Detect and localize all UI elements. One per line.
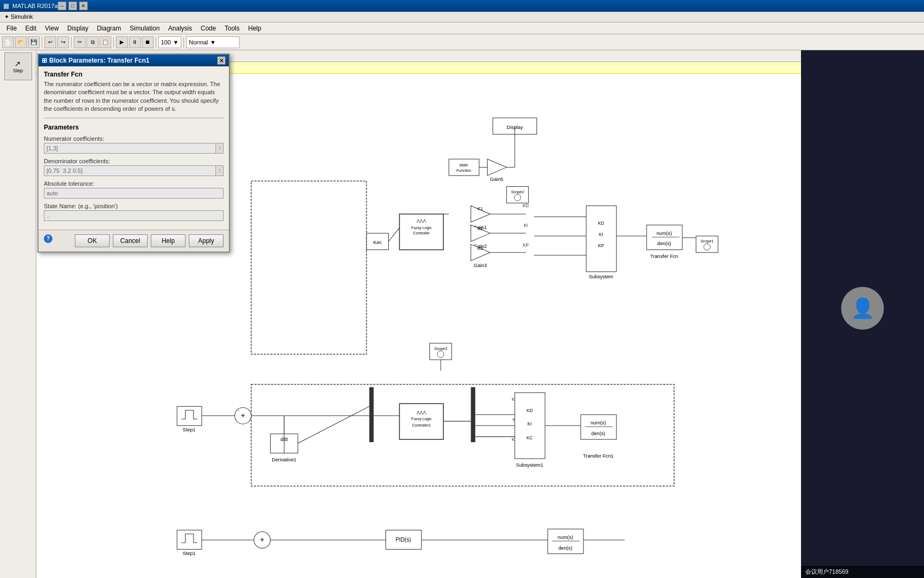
dialog-body: Transfer Fcn The numerator coefficient c… bbox=[38, 66, 229, 230]
svg-text:Subsystem: Subsystem bbox=[589, 274, 613, 279]
app-icon: ▦ bbox=[3, 2, 9, 10]
dialog-title-icon: ⊞ bbox=[42, 57, 47, 64]
svg-text:K2: K2 bbox=[478, 226, 483, 231]
denominator-label: Denominator coefficients: bbox=[44, 158, 224, 164]
user-name-bar: 会议用户718569 bbox=[801, 566, 924, 578]
tolerance-field-row bbox=[44, 188, 224, 199]
menu-file[interactable]: File bbox=[2, 24, 21, 33]
state-name-label: State Name: (e.g., 'position') bbox=[44, 203, 224, 209]
simulink-title-bar: ✦ Simulink bbox=[0, 12, 924, 22]
copy-btn[interactable]: ⧉ bbox=[87, 36, 98, 48]
zoom-dropdown[interactable]: 100 ▼ bbox=[158, 36, 181, 48]
title-bar-controls: ─ □ ✕ bbox=[58, 2, 88, 10]
menu-help[interactable]: Help bbox=[244, 24, 266, 33]
svg-line-95 bbox=[298, 406, 369, 443]
svg-rect-96 bbox=[177, 530, 202, 549]
right-panel: 👤 会议用户718569 bbox=[801, 50, 924, 578]
menu-diagram[interactable]: Diagram bbox=[93, 24, 125, 33]
step-block-sidebar[interactable]: ↗ Step bbox=[4, 52, 32, 80]
toolbar: 📄 📂 💾 ↩ ↪ ✂ ⧉ 📋 ▶ ⏸ ⏹ 100 ▼ Normal ▼ bbox=[0, 34, 924, 50]
menu-analysis[interactable]: Analysis bbox=[164, 24, 197, 33]
user-avatar: 👤 bbox=[841, 287, 884, 330]
svg-rect-58 bbox=[177, 406, 202, 425]
minimize-button[interactable]: ─ bbox=[58, 2, 66, 10]
menu-display[interactable]: Display bbox=[63, 24, 93, 33]
svg-rect-7 bbox=[506, 187, 528, 203]
svg-text:K3: K3 bbox=[478, 246, 483, 251]
state-name-input[interactable] bbox=[44, 210, 224, 221]
numerator-menu-btn[interactable]: ⋮ bbox=[216, 143, 224, 154]
svg-text:Step1: Step1 bbox=[183, 551, 196, 556]
svg-text:KI: KI bbox=[523, 223, 528, 228]
cut-btn[interactable]: ✂ bbox=[74, 36, 86, 48]
svg-text:Derivative1: Derivative1 bbox=[272, 457, 296, 462]
redo-btn[interactable]: ↪ bbox=[57, 36, 69, 48]
open-btn[interactable]: 📂 bbox=[15, 36, 27, 48]
sep1 bbox=[42, 37, 42, 48]
dialog-title-text: Block Parameters: Transfer Fcn1 bbox=[49, 57, 217, 64]
svg-text:KD: KD bbox=[598, 221, 604, 226]
apply-button[interactable]: Apply bbox=[189, 234, 224, 247]
numerator-field-row: ⋮ bbox=[44, 143, 224, 154]
dialog-buttons: ? OK Cancel Help Apply bbox=[38, 230, 229, 252]
title-bar: ▦ MATLAB R2017a ─ □ ✕ bbox=[0, 0, 924, 12]
help-button[interactable]: Help bbox=[151, 234, 186, 247]
sep4 bbox=[156, 37, 156, 48]
denominator-input[interactable] bbox=[44, 165, 216, 176]
sep5 bbox=[183, 37, 184, 48]
run-btn[interactable]: ▶ bbox=[116, 36, 128, 48]
pause-btn[interactable]: ⏸ bbox=[129, 36, 141, 48]
svg-text:den(s): den(s) bbox=[558, 545, 572, 551]
dialog-close-button[interactable]: ✕ bbox=[217, 56, 226, 65]
svg-text:PID(s): PID(s) bbox=[396, 537, 411, 543]
cancel-button[interactable]: Cancel bbox=[113, 234, 148, 247]
svg-text:KP: KP bbox=[598, 244, 604, 248]
svg-text:K1: K1 bbox=[478, 207, 483, 211]
numerator-input[interactable] bbox=[44, 143, 216, 154]
undo-btn[interactable]: ↩ bbox=[44, 36, 56, 48]
svg-text:KI: KI bbox=[599, 232, 603, 237]
svg-text:Gain3: Gain3 bbox=[474, 263, 487, 268]
new-btn[interactable]: 📄 bbox=[2, 36, 14, 48]
svg-text:Function: Function bbox=[456, 169, 471, 173]
save-btn[interactable]: 💾 bbox=[28, 36, 40, 48]
svg-rect-41 bbox=[430, 343, 452, 360]
svg-text:Kec: Kec bbox=[373, 240, 382, 245]
close-button[interactable]: ✕ bbox=[79, 2, 88, 10]
svg-text:Scope1: Scope1 bbox=[700, 239, 713, 244]
menu-tools[interactable]: Tools bbox=[220, 24, 244, 33]
mode-dropdown[interactable]: Normal ▼ bbox=[186, 36, 240, 48]
menu-view[interactable]: View bbox=[41, 24, 63, 33]
menu-code[interactable]: Code bbox=[196, 24, 220, 33]
svg-rect-64 bbox=[399, 404, 443, 439]
svg-rect-63 bbox=[369, 387, 374, 442]
tolerance-input[interactable] bbox=[44, 188, 224, 199]
svg-text:KD: KD bbox=[523, 203, 529, 208]
menu-bar: File Edit View Display Diagram Simulatio… bbox=[0, 22, 924, 34]
svg-text:⋀⋀⋀: ⋀⋀⋀ bbox=[416, 410, 426, 415]
svg-text:Step1: Step1 bbox=[183, 427, 196, 432]
zoom-value: 100 bbox=[161, 39, 171, 45]
dialog-section-title: Transfer Fcn bbox=[44, 71, 224, 78]
svg-text:Math: Math bbox=[459, 163, 468, 168]
svg-text:Scope2: Scope2 bbox=[511, 190, 524, 194]
svg-text:Fuzzy Logic: Fuzzy Logic bbox=[411, 417, 432, 421]
svg-text:Gain5: Gain5 bbox=[490, 177, 504, 182]
paste-btn[interactable]: 📋 bbox=[99, 36, 111, 48]
denominator-field-row: ⋮ bbox=[44, 165, 224, 176]
menu-simulation[interactable]: Simulation bbox=[126, 24, 164, 33]
svg-text:KD: KD bbox=[527, 408, 533, 413]
dialog-help-icon: ? bbox=[44, 234, 52, 243]
svg-text:+: + bbox=[241, 411, 245, 420]
menu-edit[interactable]: Edit bbox=[21, 24, 41, 33]
tolerance-label: Absolute tolerance: bbox=[44, 180, 224, 187]
left-sidebar: ↗ Step bbox=[0, 50, 36, 578]
state-name-field-row bbox=[44, 210, 224, 221]
stop-btn[interactable]: ⏹ bbox=[142, 36, 153, 48]
svg-rect-68 bbox=[471, 387, 475, 442]
svg-line-56 bbox=[389, 228, 400, 242]
block-params-dialog[interactable]: ⊞ Block Parameters: Transfer Fcn1 ✕ Tran… bbox=[37, 54, 230, 253]
denominator-menu-btn[interactable]: ⋮ bbox=[216, 165, 224, 176]
ok-button[interactable]: OK bbox=[75, 234, 110, 247]
maximize-button[interactable]: □ bbox=[68, 2, 77, 10]
